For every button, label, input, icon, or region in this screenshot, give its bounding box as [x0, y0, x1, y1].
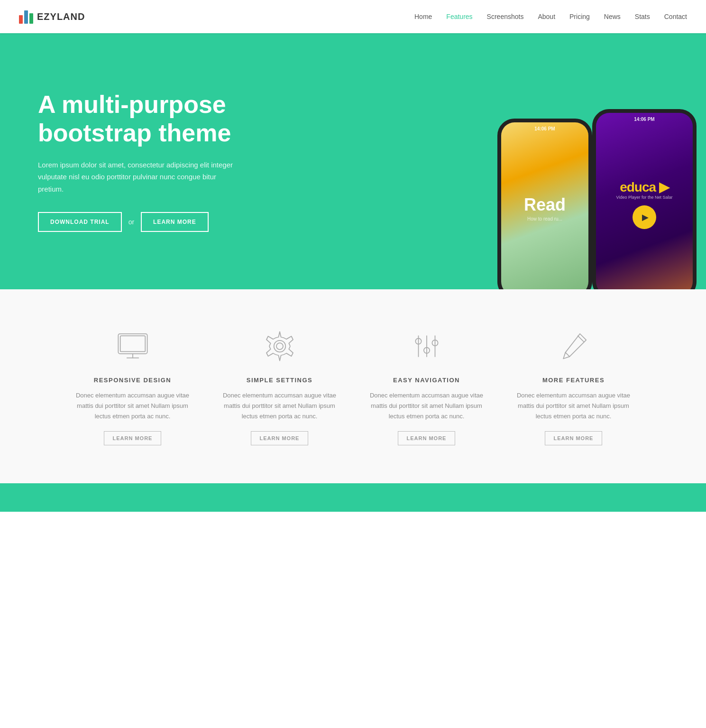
phones-mockup: 14:06 PM Read How to read ru... 14:06 PM…: [469, 33, 706, 289]
sliders-svg: [410, 330, 443, 363]
feature-more-btn[interactable]: LEARN MORE: [545, 431, 603, 445]
svg-point-5: [276, 343, 283, 350]
nav-home[interactable]: Home: [414, 13, 432, 20]
feature-responsive-title: RESPONSIVE DESIGN: [94, 377, 171, 384]
pencil-svg: [557, 330, 590, 363]
svg-line-12: [565, 352, 569, 357]
nav-features[interactable]: Features: [446, 13, 472, 20]
feature-settings: SIMPLE SETTINGS Donec elementum accumsan…: [216, 327, 344, 445]
nav-about[interactable]: About: [538, 13, 555, 20]
phone-right-time: 14:06 PM: [596, 117, 693, 122]
feature-more-desc: Donec elementum accumsan augue vitae mat…: [510, 390, 638, 422]
settings-icon: [258, 327, 301, 365]
monitor-icon: [111, 327, 154, 365]
feature-responsive-desc: Donec elementum accumsan augue vitae mat…: [69, 390, 197, 422]
phone-app-logo: educa ▶: [620, 179, 669, 195]
svg-rect-1: [120, 336, 145, 351]
feature-settings-title: SIMPLE SETTINGS: [247, 377, 313, 384]
feature-settings-desc: Donec elementum accumsan augue vitae mat…: [216, 390, 344, 422]
nav-screenshots[interactable]: Screenshots: [487, 13, 524, 20]
hero-buttons: DOWNLOAD TRIAL or LEARN MORE: [38, 212, 325, 232]
phone-left-time: 14:06 PM: [501, 126, 588, 131]
feature-navigation-btn[interactable]: LEARN MORE: [398, 431, 456, 445]
feature-navigation: EASY NAVIGATION Donec elementum accumsan…: [363, 327, 491, 445]
feature-settings-btn[interactable]: LEARN MORE: [251, 431, 309, 445]
settings-svg: [263, 330, 296, 363]
download-trial-button[interactable]: DOWNLOAD TRIAL: [38, 212, 122, 232]
hero-or-text: or: [128, 218, 134, 226]
navbar: EZYLAND Home Features Screenshots About …: [0, 0, 706, 33]
features-section: RESPONSIVE DESIGN Donec elementum accums…: [0, 289, 706, 483]
hero-content: A multi-purpose bootstrap theme Lorem ip…: [0, 33, 353, 289]
nav-pricing[interactable]: Pricing: [569, 13, 590, 20]
phone-left-subtitle: How to read ru...: [527, 216, 562, 221]
brand-logo[interactable]: EZYLAND: [19, 9, 85, 24]
hero-description: Lorem ipsum dolor sit amet, consectetur …: [38, 159, 237, 195]
feature-responsive-btn[interactable]: LEARN MORE: [104, 431, 162, 445]
features-grid: RESPONSIVE DESIGN Donec elementum accums…: [69, 327, 638, 445]
brand-icon: [19, 9, 33, 24]
hero-section: A multi-purpose bootstrap theme Lorem ip…: [0, 33, 706, 289]
bar-icon-3: [29, 13, 33, 24]
hero-title: A multi-purpose bootstrap theme: [38, 91, 325, 147]
feature-navigation-desc: Donec elementum accumsan augue vitae mat…: [363, 390, 491, 422]
play-button: [633, 205, 656, 229]
bar-icon-2: [24, 10, 28, 24]
monitor-svg: [116, 330, 149, 363]
phone-left-read: Read: [524, 196, 566, 213]
phone-right: 14:06 PM educa ▶ Video Player for the Ne…: [592, 109, 697, 289]
pencil-icon: [552, 327, 595, 365]
feature-more-title: MORE FEATURES: [542, 377, 605, 384]
phone-screen-right: 14:06 PM educa ▶ Video Player for the Ne…: [596, 113, 693, 289]
sliders-icon: [405, 327, 448, 365]
feature-more: MORE FEATURES Donec elementum accumsan a…: [510, 327, 638, 445]
brand-name: EZYLAND: [37, 11, 85, 22]
feature-navigation-title: EASY NAVIGATION: [393, 377, 460, 384]
hero-learn-more-button[interactable]: LEARN MORE: [141, 212, 209, 232]
footer-band: [0, 483, 706, 512]
nav-links: Home Features Screenshots About Pricing …: [414, 12, 687, 21]
feature-responsive: RESPONSIVE DESIGN Donec elementum accums…: [69, 327, 197, 445]
nav-stats[interactable]: Stats: [635, 13, 650, 20]
phone-app-subtitle: Video Player for the Net Salar: [616, 195, 673, 200]
svg-rect-0: [118, 334, 147, 354]
bar-icon-1: [19, 15, 23, 24]
nav-contact[interactable]: Contact: [664, 13, 687, 20]
nav-news[interactable]: News: [604, 13, 621, 20]
hero-image: 14:06 PM Read How to read ru... 14:06 PM…: [353, 33, 706, 289]
phone-left: 14:06 PM Read How to read ru...: [497, 119, 592, 289]
phone-screen-left: 14:06 PM Read How to read ru...: [501, 122, 588, 289]
